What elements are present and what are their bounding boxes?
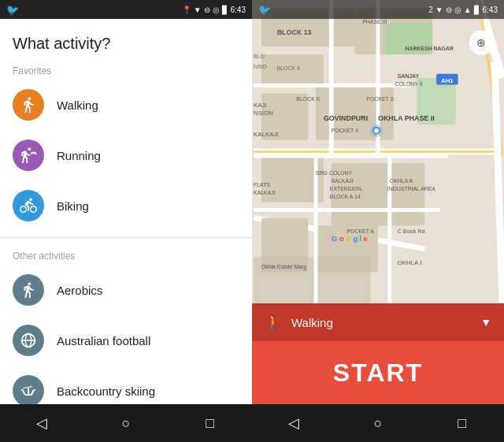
list-item[interactable]: Australian football	[0, 315, 252, 366]
skiing-icon	[13, 375, 44, 404]
svg-text:EXTENSION,: EXTENSION,	[330, 186, 363, 191]
svg-text:l: l	[359, 234, 361, 243]
status-bar-right: 🐦 2 ▼ ⊖ ◎ ▲ ▊ 6:43	[252, 0, 504, 19]
favorites-list: Walking Running Biking	[0, 80, 252, 231]
svg-text:PHASE III: PHASE III	[362, 19, 387, 24]
svg-text:AH1: AH1	[441, 77, 454, 84]
aerobics-name: Aerobics	[57, 284, 102, 297]
signal-icon: ▼	[194, 6, 202, 14]
svg-text:POCKET S: POCKET S	[366, 96, 394, 102]
list-item[interactable]: Running	[0, 130, 252, 180]
activity-label: Walking	[291, 316, 471, 329]
biking-name: Biking	[57, 199, 89, 213]
svg-text:g: g	[353, 234, 358, 243]
home-button[interactable]: ○	[102, 407, 150, 439]
running-activity-icon	[13, 139, 44, 171]
svg-text:o: o	[339, 234, 344, 243]
nav-bar-right: ◁ ○ □	[252, 404, 504, 442]
running-icon	[20, 147, 37, 164]
recent-button-right[interactable]: □	[439, 407, 486, 439]
svg-text:o: o	[346, 234, 351, 243]
start-button[interactable]: START	[252, 341, 504, 404]
list-item[interactable]: Walking	[0, 80, 252, 130]
status-bar-left: 🐦 📍 ▼ ⊖ ◎ ▊ 6:43	[0, 0, 252, 19]
battery-icon-right: ▊	[474, 6, 480, 14]
svg-text:OKHLA PHASE II: OKHLA PHASE II	[378, 114, 435, 122]
twitter-icon: 🐦	[6, 4, 19, 16]
svg-text:FLATS: FLATS	[254, 182, 270, 188]
biking-icon	[20, 197, 37, 214]
walking-activity-icon	[13, 89, 44, 121]
aerobics-icon	[13, 274, 44, 306]
dialog-title: What activity?	[0, 19, 252, 59]
battery-icon: ▊	[222, 6, 228, 14]
wifi-icon-right: ◎	[454, 6, 461, 14]
nav-bar-left: ◁ ○ □	[0, 404, 252, 442]
list-item[interactable]: Biking	[0, 180, 252, 231]
activity-bar[interactable]: 🚶 Walking ▼	[252, 303, 504, 341]
twitter-icon-right: 🐦	[258, 4, 271, 16]
dropdown-arrow-icon[interactable]: ▼	[480, 316, 491, 329]
svg-text:Okhla Estate Marg: Okhla Estate Marg	[261, 264, 306, 270]
skiing-name: Backcountry skiing	[57, 384, 155, 398]
divider	[0, 237, 252, 238]
other-activities-label: Other activities	[0, 244, 252, 265]
aerobics-svg	[20, 281, 37, 299]
dialog-content: What activity? Favorites Walking Running	[0, 19, 252, 404]
status-icons-right: 2 ▼ ⊖ ◎ ▲ ▊ 6:43	[428, 6, 498, 14]
svg-text:BLOCK A 14: BLOCK A 14	[330, 194, 361, 199]
alarm-icon-right: ⊖	[446, 6, 452, 14]
running-name: Running	[57, 149, 101, 162]
biking-activity-icon	[13, 190, 44, 221]
svg-text:SRG COLONY: SRG COLONY	[316, 170, 352, 176]
svg-text:BLOCK K: BLOCK K	[296, 96, 320, 102]
svg-text:C Block Rd: C Block Rd	[398, 228, 425, 234]
wifi-icon: ⊖	[204, 6, 210, 14]
start-label: START	[333, 358, 423, 388]
svg-text:BLOCK 13: BLOCK 13	[277, 28, 312, 36]
notification-icon: 2	[428, 6, 433, 14]
svg-text:e: e	[363, 234, 368, 243]
signal-icon-right: ▲	[464, 6, 472, 14]
recent-button[interactable]: □	[187, 407, 234, 439]
list-item[interactable]: Aerobics	[0, 265, 252, 315]
svg-text:OKHLA I: OKHLA I	[398, 259, 422, 266]
location-icon: 📍	[182, 6, 191, 14]
back-button-right[interactable]: ◁	[270, 407, 317, 439]
other-list: Aerobics Australian football Backcountry…	[0, 265, 252, 404]
svg-text:KAJI: KAJI	[254, 102, 267, 109]
location-icon-right: ▼	[435, 6, 443, 14]
svg-text:KALKAJI: KALKAJI	[254, 131, 279, 138]
home-button-right[interactable]: ○	[354, 407, 402, 439]
skiing-svg	[20, 382, 37, 399]
activity-walking-icon: 🚶	[265, 314, 282, 331]
svg-text:OKHLA A: OKHLA A	[390, 178, 413, 184]
map-container[interactable]: BLOCK 13 BLOCK 4 BLO NSIO PHASE III HARK…	[252, 0, 504, 303]
svg-text:HARKESH NAGAR: HARKESH NAGAR	[406, 46, 454, 51]
list-item[interactable]: Backcountry skiing	[0, 366, 252, 404]
svg-text:⊕: ⊕	[476, 36, 486, 49]
football-icon	[13, 325, 44, 356]
time-left: 6:43	[231, 6, 246, 14]
favorites-label: Favorites	[0, 59, 252, 80]
left-panel: 🐦 📍 ▼ ⊖ ◎ ▊ 6:43 What activity? Favorite…	[0, 0, 252, 442]
svg-text:KALKAJI: KALKAJI	[332, 178, 354, 184]
status-icons-left: 📍 ▼ ⊖ ◎ ▊ 6:43	[182, 6, 246, 14]
svg-point-62	[374, 128, 379, 133]
svg-text:COLONY II: COLONY II	[395, 81, 423, 87]
svg-text:BLO: BLO	[254, 54, 265, 59]
walking-name: Walking	[57, 98, 98, 112]
svg-text:INDUSTRIAL AREA: INDUSTRIAL AREA	[387, 186, 436, 191]
back-button[interactable]: ◁	[18, 407, 65, 439]
svg-text:POCKET X: POCKET X	[332, 128, 359, 133]
australian-football-name: Australian football	[57, 334, 150, 347]
walking-icon	[20, 96, 37, 113]
map-svg: BLOCK 13 BLOCK 4 BLO NSIO PHASE III HARK…	[252, 0, 504, 303]
svg-text:KALKAJI: KALKAJI	[254, 190, 276, 195]
right-panel: 🐦 2 ▼ ⊖ ◎ ▲ ▊ 6:43	[252, 0, 504, 442]
svg-text:NSION: NSION	[254, 110, 273, 117]
svg-text:BLOCK 4: BLOCK 4	[277, 65, 300, 71]
alarm-icon: ◎	[213, 6, 220, 14]
football-svg	[20, 332, 37, 349]
svg-text:SANJAY: SANJAY	[398, 73, 420, 79]
